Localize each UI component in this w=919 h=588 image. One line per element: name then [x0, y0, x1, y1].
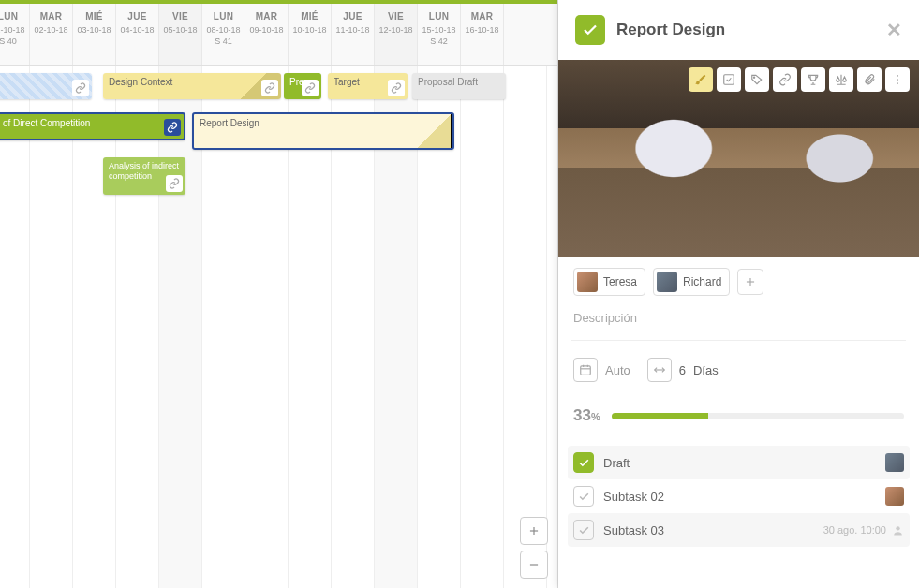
col-date: 05-10-18: [159, 25, 201, 35]
gantt-timeline: LUN01-10-18S 40MAR02-10-18MIÉ03-10-18JUE…: [0, 0, 558, 588]
col-day: VIE: [159, 11, 201, 22]
bar-label: Target: [334, 77, 360, 87]
svg-point-5: [897, 75, 898, 77]
col-date: 12-10-18: [375, 25, 417, 35]
description-placeholder[interactable]: Descripción: [558, 307, 919, 340]
link-icon[interactable]: [261, 80, 278, 96]
brush-icon[interactable]: [689, 67, 713, 92]
col-date: 09-10-18: [245, 25, 288, 35]
subtask-row[interactable]: Subtask 0330 ago. 10:00: [568, 513, 910, 547]
gantt-column: MAR09-10-18: [245, 4, 289, 65]
assignee-chip[interactable]: Teresa: [573, 268, 645, 296]
balance-icon[interactable]: [829, 67, 853, 92]
close-icon[interactable]: ✕: [886, 19, 902, 41]
gantt-column: LUN15-10-18S 42: [418, 4, 461, 65]
col-week: S 41: [202, 37, 245, 46]
more-icon[interactable]: [885, 67, 910, 92]
date-auto[interactable]: Auto: [573, 358, 630, 382]
subtask-label: Draft: [603, 456, 876, 470]
gantt-column: VIE12-10-18: [375, 4, 418, 65]
task-complete-toggle[interactable]: [575, 15, 605, 45]
avatar: [577, 272, 598, 292]
bar-label: Design Context: [109, 77, 172, 87]
assignee-name: Richard: [683, 275, 721, 288]
zoom-controls: [520, 517, 548, 579]
subtask-row[interactable]: Subtask 02: [568, 479, 910, 513]
gantt-column-headers: LUN01-10-18S 40MAR02-10-18MIÉ03-10-18JUE…: [0, 4, 557, 66]
duration-value: 6: [679, 363, 686, 377]
gantt-column: JUE11-10-18: [332, 4, 375, 65]
col-day: LUN: [0, 11, 29, 22]
svg-point-7: [897, 82, 898, 84]
calendar-icon: [573, 358, 598, 382]
tag-icon[interactable]: [745, 67, 769, 92]
subtask-checkbox[interactable]: [573, 486, 594, 507]
checklist-icon[interactable]: [717, 67, 741, 92]
col-week: S 40: [0, 37, 29, 46]
attachment-icon[interactable]: [857, 67, 882, 92]
link-icon[interactable]: [166, 175, 183, 192]
subtask-label: Subtask 03: [603, 523, 814, 537]
gantt-bar-pre[interactable]: Pre: [284, 73, 321, 99]
task-detail-panel: Report Design ✕ Teresa Richard: [558, 0, 919, 588]
svg-rect-10: [581, 366, 591, 375]
link-icon[interactable]: [164, 119, 181, 136]
date-auto-label: Auto: [605, 363, 630, 377]
gantt-column: MIÉ10-10-18: [289, 4, 332, 65]
bar-label: sis of Direct Competition: [0, 118, 90, 128]
avatar: [885, 487, 904, 506]
col-day: LUN: [202, 11, 245, 22]
bar-label: Proposal Draft: [418, 77, 478, 87]
gantt-bar-target[interactable]: Target: [328, 73, 408, 99]
col-date: 03-10-18: [73, 25, 115, 35]
progress-bar[interactable]: [612, 413, 904, 419]
svg-rect-3: [724, 75, 734, 85]
svg-point-6: [897, 79, 898, 81]
gantt-body: Design Context Pre Target Proposal Draft…: [0, 66, 557, 588]
user-icon: [892, 524, 904, 537]
subtask-row[interactable]: Draft: [568, 446, 910, 479]
col-date: 08-10-18: [202, 25, 245, 35]
trophy-icon[interactable]: [801, 67, 825, 92]
subtask-list: DraftSubtask 02Subtask 0330 ago. 10:00: [558, 440, 919, 552]
col-day: MAR: [461, 11, 503, 22]
col-day: JUE: [116, 11, 158, 22]
gantt-bar-hatched[interactable]: [0, 73, 92, 99]
subtask-checkbox[interactable]: [573, 520, 594, 540]
link-icon[interactable]: [302, 80, 319, 96]
gantt-bar-direct-competition[interactable]: sis of Direct Competition: [0, 112, 185, 140]
assignees-row: Teresa Richard: [558, 257, 919, 307]
duration-unit: Días: [693, 363, 719, 377]
gantt-bar-report-design[interactable]: Report Design: [192, 112, 454, 150]
gantt-column: LUN01-10-18S 40: [0, 4, 30, 65]
progress-fill: [612, 413, 708, 419]
zoom-out-button[interactable]: [520, 551, 548, 579]
gantt-bar-indirect-competition[interactable]: Analysis of indirect competition: [103, 157, 185, 195]
assignee-chip[interactable]: Richard: [653, 268, 730, 296]
bar-label: Report Design: [200, 118, 259, 128]
subtask-checkbox[interactable]: [573, 452, 594, 473]
link-icon[interactable]: [72, 80, 89, 96]
assignee-name: Teresa: [603, 275, 637, 288]
zoom-in-button[interactable]: [520, 517, 548, 545]
panel-title: Report Design: [616, 21, 875, 39]
gantt-column: VIE05-10-18: [159, 4, 202, 65]
col-day: MIÉ: [73, 11, 115, 22]
link-icon[interactable]: [388, 80, 405, 96]
duration[interactable]: 6 Días: [647, 358, 719, 382]
date-row: Auto 6 Días: [558, 341, 919, 399]
col-week: S 42: [418, 37, 460, 46]
link-icon[interactable]: [773, 67, 797, 92]
gantt-column: MIÉ03-10-18: [73, 4, 116, 65]
gantt-bar-proposal-draft[interactable]: Proposal Draft: [412, 73, 506, 99]
col-day: VIE: [375, 11, 417, 22]
col-day: LUN: [418, 11, 460, 22]
subtask-label: Subtask 02: [603, 490, 876, 504]
gantt-bar-design-context[interactable]: Design Context: [103, 73, 281, 99]
col-date: 02-10-18: [30, 25, 72, 35]
avatar: [657, 272, 677, 292]
gantt-column: MAR16-10-18: [461, 4, 504, 65]
hero-toolbar: [689, 67, 910, 92]
add-assignee-button[interactable]: [737, 269, 763, 295]
col-date: 16-10-18: [461, 25, 503, 35]
